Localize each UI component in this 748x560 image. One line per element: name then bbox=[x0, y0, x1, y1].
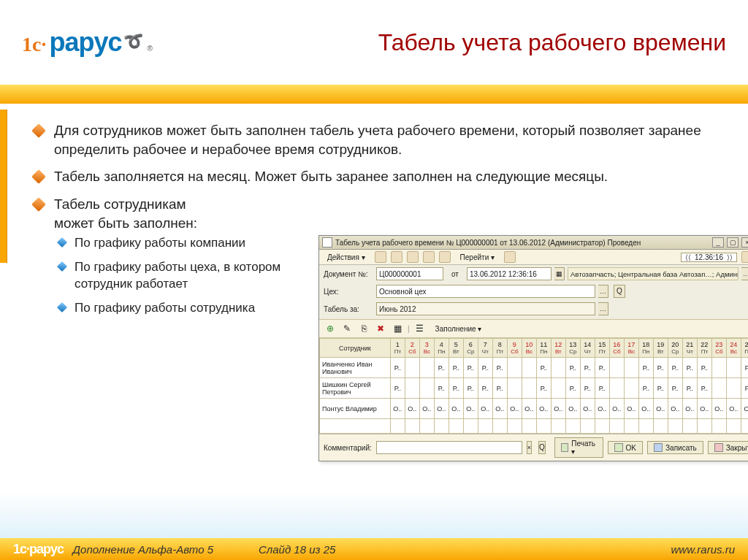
day-cell[interactable]: Р.. bbox=[536, 378, 551, 399]
day-cell[interactable]: Р.. bbox=[697, 378, 711, 399]
day-header[interactable]: 14Чт bbox=[580, 339, 595, 358]
day-cell[interactable]: О.. bbox=[565, 399, 580, 419]
save-button[interactable]: Записать bbox=[647, 441, 703, 454]
day-header[interactable]: 3Вс bbox=[419, 339, 434, 358]
close-button[interactable]: × bbox=[741, 237, 748, 248]
day-header[interactable]: 8Пт bbox=[492, 339, 507, 358]
day-cell[interactable]: О.. bbox=[624, 399, 638, 419]
employee-cell[interactable]: Иванченко Иван Иванович bbox=[320, 358, 391, 378]
day-cell[interactable]: О.. bbox=[522, 399, 536, 419]
day-cell[interactable] bbox=[711, 358, 726, 378]
day-cell[interactable] bbox=[522, 378, 536, 399]
date-input[interactable]: 13.06.2012 12:36:16 bbox=[467, 267, 552, 280]
day-header[interactable]: 23Сб bbox=[711, 339, 726, 358]
ok-button[interactable]: OK bbox=[608, 441, 643, 454]
filter-icon[interactable]: ☰ bbox=[413, 322, 427, 335]
day-header[interactable]: 20Ср bbox=[668, 339, 682, 358]
day-cell[interactable] bbox=[609, 378, 624, 399]
day-cell[interactable] bbox=[419, 358, 434, 378]
goto-menu[interactable]: Перейти ▾ bbox=[455, 252, 500, 263]
doc-number-input[interactable]: Ц000000001 bbox=[376, 267, 443, 280]
comment-clear[interactable]: × bbox=[527, 441, 532, 454]
shop-input[interactable]: Основной цех bbox=[376, 285, 595, 298]
date-picker-button[interactable]: ▦ bbox=[554, 267, 565, 280]
nav-next-icon[interactable]: ⟩⟩ bbox=[725, 253, 735, 261]
day-cell[interactable] bbox=[405, 378, 419, 399]
day-header[interactable]: 15Пт bbox=[595, 339, 609, 358]
day-cell[interactable]: Р.. bbox=[741, 358, 748, 378]
day-header[interactable]: 21Чт bbox=[682, 339, 697, 358]
help-icon[interactable] bbox=[741, 251, 748, 263]
day-cell[interactable]: О.. bbox=[668, 399, 682, 419]
employee-cell[interactable]: Понтус Владимир bbox=[320, 399, 391, 419]
fill-menu[interactable]: Заполнение ▾ bbox=[430, 323, 487, 334]
day-header[interactable]: 9Сб bbox=[507, 339, 522, 358]
day-cell[interactable]: О.. bbox=[419, 399, 434, 419]
day-cell[interactable]: О.. bbox=[507, 399, 522, 419]
day-cell[interactable]: О.. bbox=[434, 399, 449, 419]
day-cell[interactable]: О.. bbox=[492, 399, 507, 419]
day-cell[interactable]: Р.. bbox=[668, 358, 682, 378]
day-cell[interactable] bbox=[624, 378, 638, 399]
day-cell[interactable]: Р.. bbox=[682, 378, 697, 399]
day-cell[interactable]: Р.. bbox=[741, 378, 748, 399]
day-cell[interactable]: О.. bbox=[551, 399, 565, 419]
actions-menu[interactable]: Действия ▾ bbox=[322, 252, 370, 263]
day-cell[interactable]: Р.. bbox=[682, 358, 697, 378]
day-header[interactable]: 6Ср bbox=[463, 339, 478, 358]
day-cell[interactable]: Р.. bbox=[595, 378, 609, 399]
comment-input[interactable] bbox=[376, 441, 522, 454]
col-employee[interactable]: Сотрудник bbox=[320, 339, 391, 358]
day-cell[interactable] bbox=[522, 358, 536, 378]
shop-select-button[interactable]: … bbox=[598, 285, 608, 298]
day-header[interactable]: 18Пн bbox=[638, 339, 653, 358]
toolbar-icon-5[interactable] bbox=[439, 251, 451, 263]
day-cell[interactable]: Р.. bbox=[653, 358, 668, 378]
day-cell[interactable]: О.. bbox=[726, 399, 741, 419]
day-cell[interactable]: О.. bbox=[682, 399, 697, 419]
day-cell[interactable]: Р.. bbox=[580, 378, 595, 399]
day-cell[interactable]: Р.. bbox=[463, 378, 478, 399]
day-cell[interactable]: Р.. bbox=[390, 378, 405, 399]
day-cell[interactable]: Р.. bbox=[653, 378, 668, 399]
close-button-footer[interactable]: Закрыть bbox=[708, 441, 748, 454]
day-header[interactable]: 22Пт bbox=[697, 339, 711, 358]
day-cell[interactable] bbox=[405, 358, 419, 378]
day-cell[interactable]: Р.. bbox=[390, 358, 405, 378]
org-info-open[interactable]: … bbox=[741, 267, 748, 280]
day-cell[interactable]: Р.. bbox=[492, 378, 507, 399]
toolbar-icon-4[interactable] bbox=[423, 251, 435, 263]
shop-search-button[interactable]: Q bbox=[614, 285, 625, 298]
day-header[interactable]: 19Вт bbox=[653, 339, 668, 358]
toolbar-icon-3[interactable] bbox=[407, 251, 419, 263]
minimize-button[interactable]: _ bbox=[712, 237, 724, 248]
day-cell[interactable] bbox=[551, 378, 565, 399]
nav-prev-icon[interactable]: ⟨⟨ bbox=[683, 253, 693, 261]
day-cell[interactable]: О.. bbox=[638, 399, 653, 419]
day-cell[interactable]: Р.. bbox=[536, 358, 551, 378]
toolbar-icon-1[interactable] bbox=[375, 251, 386, 263]
day-cell[interactable]: Р.. bbox=[478, 378, 492, 399]
day-cell[interactable] bbox=[726, 378, 741, 399]
org-info[interactable]: Автозапчасть; Центральная база Автозап…;… bbox=[568, 267, 739, 280]
day-cell[interactable]: Р.. bbox=[638, 378, 653, 399]
day-header[interactable]: 10Вс bbox=[522, 339, 536, 358]
day-cell[interactable]: Р.. bbox=[434, 358, 449, 378]
day-cell[interactable]: Р.. bbox=[492, 358, 507, 378]
employee-cell[interactable]: Шишкин Сергей Петрович bbox=[320, 378, 391, 399]
day-cell[interactable]: О.. bbox=[741, 399, 748, 419]
day-cell[interactable]: О.. bbox=[653, 399, 668, 419]
day-cell[interactable]: Р.. bbox=[449, 378, 463, 399]
day-cell[interactable]: О.. bbox=[580, 399, 595, 419]
day-header[interactable]: 24Вс bbox=[726, 339, 741, 358]
toolbar-icon-6[interactable] bbox=[504, 251, 516, 263]
add-row-button[interactable]: ⊕ bbox=[324, 322, 337, 335]
day-cell[interactable]: О.. bbox=[405, 399, 419, 419]
day-cell[interactable]: Р.. bbox=[638, 358, 653, 378]
day-header[interactable]: 2Сб bbox=[405, 339, 419, 358]
day-header[interactable]: 12Вт bbox=[551, 339, 565, 358]
day-cell[interactable]: О.. bbox=[463, 399, 478, 419]
day-cell[interactable]: О.. bbox=[449, 399, 463, 419]
day-cell[interactable]: Р.. bbox=[434, 378, 449, 399]
day-cell[interactable]: Р.. bbox=[449, 358, 463, 378]
